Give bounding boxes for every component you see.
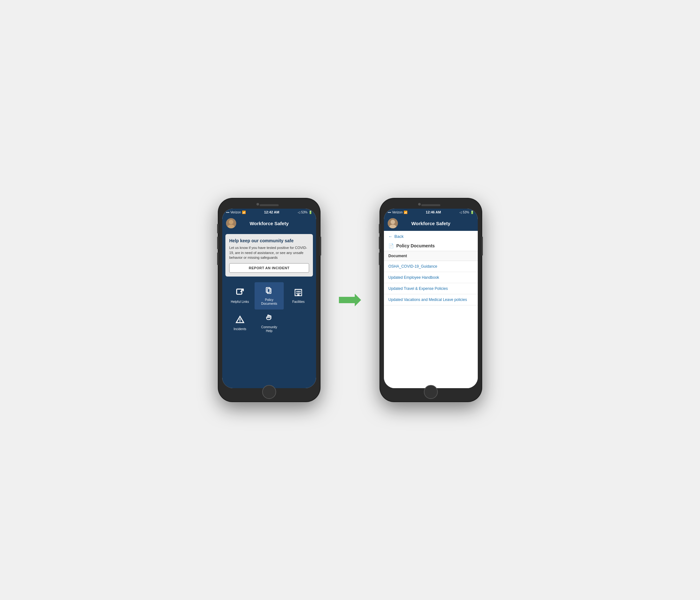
building-icon bbox=[294, 288, 303, 298]
helpful-links-label: Helpful Links bbox=[231, 300, 249, 304]
policy-documents-label: PolicyDocuments bbox=[261, 298, 277, 306]
phone-1-screen: ▪▪▪ Verizon 📶 12:42 AM ◁ 53% 🔋 bbox=[222, 209, 316, 388]
arrow-body bbox=[339, 297, 356, 303]
signal-bars-icon: ▪▪▪ bbox=[226, 211, 229, 214]
svg-rect-12 bbox=[300, 293, 301, 294]
signal-bars-icon-2: ▪▪▪ bbox=[388, 211, 391, 214]
warning-icon bbox=[235, 315, 245, 326]
svg-rect-5 bbox=[267, 289, 271, 294]
menu-item-community-help[interactable]: CommunityHelp bbox=[255, 310, 283, 337]
external-link-icon bbox=[235, 288, 245, 298]
svg-rect-4 bbox=[266, 288, 270, 292]
card-title: Help keep our community safe bbox=[229, 238, 309, 244]
arrow-container bbox=[339, 294, 361, 306]
carrier-label-2: Verizon bbox=[392, 211, 403, 214]
report-incident-button[interactable]: REPORT AN INCIDENT bbox=[229, 263, 309, 273]
status-bar-2: ▪▪▪ Verizon 📶 12:46 AM ◁ 53% 🔋 bbox=[384, 209, 478, 216]
carrier-label: Verizon bbox=[230, 211, 241, 214]
document-icon: 📄 bbox=[389, 243, 394, 248]
location-icon-2: ◁ bbox=[459, 211, 462, 214]
avatar-1 bbox=[226, 218, 236, 228]
documents-icon bbox=[265, 286, 274, 296]
battery-label-2: 53% bbox=[463, 211, 469, 214]
table-row[interactable]: Updated Travel & Expense Policies bbox=[384, 283, 478, 294]
incidents-label: Incidents bbox=[234, 327, 246, 331]
direction-arrow bbox=[339, 294, 361, 306]
avatar-2 bbox=[388, 218, 398, 228]
grid-menu-row1: Helpful Links PolicyDocuments bbox=[225, 282, 313, 310]
home-button-1[interactable] bbox=[262, 385, 276, 399]
back-button[interactable]: ← Back bbox=[384, 231, 478, 241]
avatar-image-2 bbox=[388, 218, 398, 228]
info-card: Help keep our community safe Let us know… bbox=[225, 234, 313, 277]
table-row[interactable]: Updated Vacations and Medical Leave poli… bbox=[384, 294, 478, 305]
location-icon: ◁ bbox=[298, 211, 300, 214]
app-content-1: Help keep our community safe Let us know… bbox=[222, 231, 316, 388]
table-row[interactable]: Updated Employee Handbook bbox=[384, 272, 478, 283]
hand-icon bbox=[265, 313, 274, 323]
app-header-1: Workforce Safety bbox=[222, 216, 316, 231]
back-label: Back bbox=[394, 234, 404, 239]
wifi-icon: 📶 bbox=[242, 211, 246, 214]
svg-rect-9 bbox=[300, 291, 301, 292]
menu-item-helpful-links[interactable]: Helpful Links bbox=[225, 282, 254, 310]
time-display-2: 12:46 AM bbox=[426, 210, 441, 214]
section-header: 📄 Policy Documents bbox=[384, 241, 478, 251]
svg-rect-13 bbox=[297, 294, 300, 296]
battery-icon: 🔋 bbox=[308, 211, 312, 214]
svg-point-18 bbox=[391, 220, 395, 224]
svg-point-16 bbox=[239, 321, 240, 322]
table-column-header: Document bbox=[384, 251, 478, 261]
avatar-image-1 bbox=[226, 218, 236, 228]
battery-label: 53% bbox=[301, 211, 307, 214]
menu-item-policy-documents[interactable]: PolicyDocuments bbox=[255, 282, 283, 310]
home-button-2[interactable] bbox=[424, 385, 438, 399]
facilities-label: Facilities bbox=[292, 300, 305, 304]
community-help-label: CommunityHelp bbox=[261, 326, 277, 333]
menu-item-facilities[interactable]: Facilities bbox=[284, 282, 313, 310]
table-row[interactable]: OSHA_COVID-19_Guidance bbox=[384, 261, 478, 272]
app-title-2: Workforce Safety bbox=[401, 221, 461, 226]
app-header-2: Workforce Safety bbox=[384, 216, 478, 231]
svg-rect-8 bbox=[298, 291, 299, 292]
svg-rect-11 bbox=[298, 293, 299, 294]
status-right-1: ◁ 53% 🔋 bbox=[298, 211, 312, 214]
section-title: Policy Documents bbox=[396, 243, 435, 248]
arrow-head bbox=[355, 294, 361, 306]
scene: ▪▪▪ Verizon 📶 12:42 AM ◁ 53% 🔋 bbox=[219, 198, 481, 402]
back-arrow-icon: ← bbox=[389, 234, 393, 239]
phone-1: ▪▪▪ Verizon 📶 12:42 AM ◁ 53% 🔋 bbox=[219, 198, 320, 402]
document-table: Document OSHA_COVID-19_Guidance Updated … bbox=[384, 251, 478, 305]
svg-rect-7 bbox=[296, 291, 298, 292]
phone-2-screen: ▪▪▪ Verizon 📶 12:46 AM ◁ 53% 🔋 bbox=[384, 209, 478, 388]
svg-point-1 bbox=[229, 220, 233, 224]
status-left-1: ▪▪▪ Verizon 📶 bbox=[226, 211, 246, 214]
grid-menu-row2: Incidents CommunityHelp bbox=[225, 310, 313, 337]
page-content: ← Back 📄 Policy Documents Document OSHA_… bbox=[384, 231, 478, 388]
battery-icon-2: 🔋 bbox=[470, 211, 474, 214]
wifi-icon-2: 📶 bbox=[404, 211, 407, 214]
phone-2: ▪▪▪ Verizon 📶 12:46 AM ◁ 53% 🔋 bbox=[380, 198, 481, 402]
status-right-2: ◁ 53% 🔋 bbox=[459, 211, 474, 214]
card-text: Let us know if you have tested positive … bbox=[229, 245, 309, 260]
status-bar-1: ▪▪▪ Verizon 📶 12:42 AM ◁ 53% 🔋 bbox=[222, 209, 316, 216]
app-title-1: Workforce Safety bbox=[239, 221, 299, 226]
svg-rect-10 bbox=[296, 293, 298, 294]
status-left-2: ▪▪▪ Verizon 📶 bbox=[388, 211, 407, 214]
menu-item-incidents[interactable]: Incidents bbox=[225, 310, 254, 337]
grid-empty-slot bbox=[284, 310, 313, 337]
time-display-1: 12:42 AM bbox=[264, 210, 279, 214]
